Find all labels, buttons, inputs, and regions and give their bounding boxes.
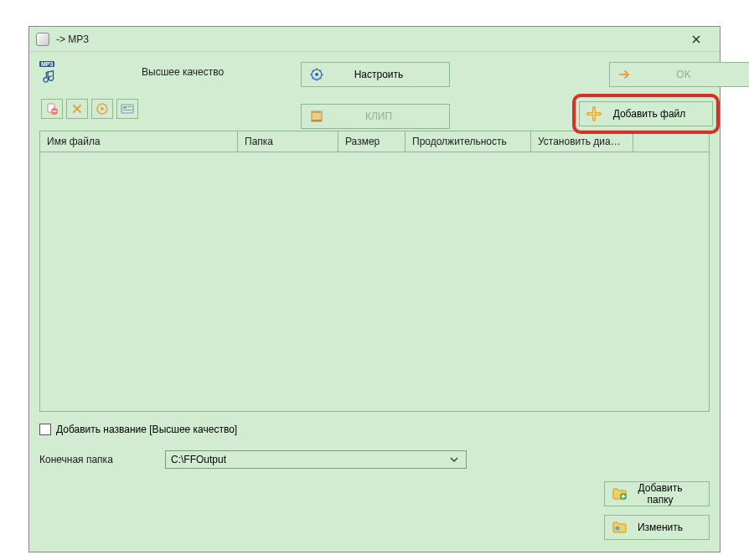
chevron-down-icon	[447, 457, 461, 462]
svg-rect-6	[121, 105, 133, 113]
col-range[interactable]: Установить диапа...	[531, 131, 633, 152]
add-title-checkbox[interactable]	[39, 424, 51, 435]
file-list[interactable]	[39, 152, 710, 412]
folder-open-icon	[612, 519, 628, 536]
filmstrip-icon	[308, 108, 325, 125]
change-folder-button[interactable]: Изменить	[604, 515, 710, 540]
svg-point-1	[315, 73, 318, 76]
configure-label: Настроить	[328, 69, 442, 80]
svg-rect-14	[315, 112, 316, 113]
app-icon	[36, 33, 49, 46]
close-button[interactable]	[679, 29, 713, 49]
ok-button: OK	[609, 62, 749, 87]
svg-rect-16	[320, 112, 321, 113]
output-folder-label: Конечная папка	[39, 454, 157, 465]
svg-rect-15	[318, 112, 318, 113]
bottom-right-buttons: Добавить папку Изменить	[604, 481, 710, 540]
col-filename[interactable]: Имя файла	[40, 131, 238, 152]
add-file-button[interactable]: Добавить файл	[579, 101, 713, 126]
add-folder-label: Добавить папку	[632, 482, 702, 506]
clear-list-button[interactable]	[66, 99, 88, 119]
col-duration[interactable]: Продолжительность	[405, 131, 531, 152]
titlebar: -> MP3	[29, 27, 720, 52]
info-button[interactable]	[116, 99, 138, 119]
svg-point-18	[616, 527, 620, 531]
small-toolbar	[41, 99, 138, 119]
add-file-highlight: Добавить файл	[572, 94, 720, 134]
folder-plus-icon	[612, 486, 628, 502]
svg-rect-9	[123, 110, 132, 110]
window-title: -> MP3	[56, 33, 679, 45]
add-title-label: Добавить название [Высшее качество]	[56, 424, 237, 435]
clip-button: КЛИП	[301, 104, 450, 129]
app-window: -> MP3 MP3 Высшее качество Настроить OK	[28, 26, 721, 552]
gear-icon	[308, 66, 325, 83]
svg-rect-13	[313, 112, 313, 113]
plus-icon	[586, 106, 602, 121]
mp3-format-icon: MP3	[39, 60, 59, 84]
svg-rect-4	[53, 110, 57, 111]
col-size[interactable]: Размер	[338, 131, 405, 152]
configure-button[interactable]: Настроить	[301, 62, 450, 87]
remove-file-button[interactable]	[41, 99, 63, 119]
arrow-right-icon	[617, 66, 633, 83]
add-folder-button[interactable]: Добавить папку	[604, 481, 710, 506]
bottom-panel: Добавить название [Высшее качество] Коне…	[29, 412, 720, 475]
output-folder-combo[interactable]: C:\FFOutput	[165, 450, 467, 469]
svg-rect-8	[127, 106, 132, 107]
output-folder-row: Конечная папка C:\FFOutput	[39, 450, 710, 469]
col-folder[interactable]: Папка	[238, 131, 338, 152]
ok-label: OK	[637, 69, 744, 80]
svg-rect-12	[312, 120, 322, 121]
quality-label: Высшее качество	[142, 66, 224, 78]
col-rest	[633, 131, 709, 152]
output-folder-value: C:\FFOutput	[171, 454, 226, 465]
play-button[interactable]	[91, 99, 113, 119]
change-label: Изменить	[632, 521, 702, 533]
add-title-row: Добавить название [Высшее качество]	[39, 424, 710, 435]
clip-label: КЛИП	[328, 110, 442, 122]
svg-rect-7	[123, 106, 127, 109]
add-file-label: Добавить файл	[602, 108, 705, 120]
